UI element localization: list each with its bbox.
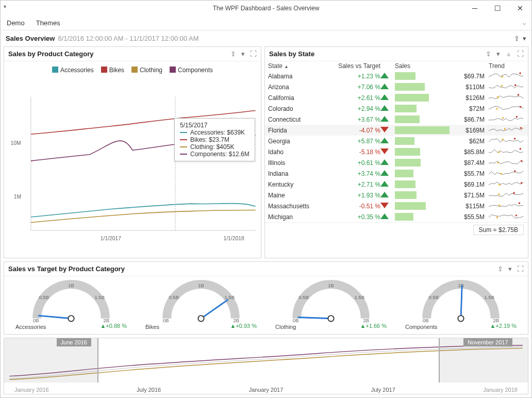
- table-row[interactable]: Georgia +5.87 % $62M: [265, 136, 528, 146]
- maximize-panel-icon[interactable]: ⛶: [250, 50, 257, 58]
- cell-state: Arizona: [268, 84, 324, 91]
- close-button[interactable]: ✕: [509, 1, 531, 16]
- gauges-row: 0B 0.5B 1B 1.5B 2B Accessories ▲+0.88 % …: [4, 276, 528, 334]
- table-row[interactable]: Idaho -5.18 % $85.8M: [265, 146, 528, 157]
- cell-state: Massachusetts: [268, 203, 324, 210]
- table-row[interactable]: Indiana +3.74 % $55.7M: [265, 168, 528, 179]
- table-row[interactable]: Connecticut +3.67 % $86.7M: [265, 114, 528, 125]
- table-row[interactable]: Alabama +1.23 % $69.7M: [265, 71, 528, 81]
- svg-point-50: [198, 316, 204, 321]
- svg-point-7: [502, 76, 504, 78]
- svg-point-31: [498, 205, 501, 207]
- table-row[interactable]: Illinois +0.61 % $87.4M: [265, 157, 528, 168]
- svg-text:1B: 1B: [68, 283, 74, 288]
- timeline-handle-start[interactable]: June 2016: [57, 338, 91, 346]
- svg-text:1B: 1B: [198, 283, 204, 288]
- svg-point-29: [498, 193, 500, 195]
- svg-point-22: [520, 148, 522, 150]
- maximize-button[interactable]: ☐: [486, 1, 509, 16]
- svg-text:0.5B: 0.5B: [428, 294, 438, 300]
- table-row[interactable]: Massachusetts -0.51 % $115M: [265, 201, 528, 211]
- col-sales[interactable]: Sales: [395, 62, 452, 70]
- arrow-up-icon: [380, 213, 395, 221]
- panel-sales-by-state: Sales by State ⇪ ▾ ▲ ⛶ State▲ Sales vs T…: [264, 46, 528, 258]
- cell-trend-sparkline: [485, 179, 525, 190]
- export-icon[interactable]: ⇪: [497, 265, 503, 273]
- cell-sales-value: $169M: [452, 127, 485, 134]
- category-line-chart[interactable]: 10M 1M 1/1/2017 1/1/2018: [4, 76, 261, 257]
- caret-down-icon[interactable]: ▾: [241, 50, 245, 58]
- menu-themes[interactable]: Themes: [35, 17, 61, 29]
- svg-point-24: [521, 160, 523, 162]
- minimize-button[interactable]: ─: [463, 1, 486, 16]
- menu-demo[interactable]: Demo: [6, 17, 26, 29]
- export-icon[interactable]: ⇪: [486, 50, 491, 58]
- col-state[interactable]: State▲: [268, 62, 324, 70]
- maximize-panel-icon[interactable]: ⛶: [517, 265, 524, 273]
- svg-point-34: [516, 214, 518, 217]
- state-grid[interactable]: Alabama +1.23 % $69.7M Arizona +7.06 % $…: [265, 71, 528, 222]
- caret-down-icon[interactable]: ▾: [508, 265, 512, 273]
- cell-state: Connecticut: [268, 116, 324, 123]
- col-trend[interactable]: Trend: [485, 62, 525, 70]
- qat-dropdown-icon[interactable]: ▾: [4, 4, 6, 9]
- timeline-axis-labels: January 2016 July 2016 January 2017 July…: [4, 387, 528, 393]
- gauge-components: 0B 0.5B 1B 1.5B 2B Components ▲+2.19 %: [396, 279, 526, 330]
- cell-target-pct: +1.23 %: [324, 73, 380, 80]
- col-target[interactable]: Sales vs Target: [324, 62, 380, 70]
- table-row[interactable]: Colorado +2.94 % $72M: [265, 103, 528, 114]
- app-window: ▾ The WPF Dashboard - Sales Overview ─ ☐…: [0, 0, 532, 398]
- gauge-chart: 0B 0.5B 1B 1.5B 2B: [409, 279, 512, 326]
- filter-icon[interactable]: ▲: [505, 50, 512, 58]
- gauge-delta: ▲+0.88 %: [100, 323, 127, 329]
- timeline-range-selector[interactable]: June 2016 November 2017 January 2016 Jul…: [4, 338, 528, 394]
- arrow-up-icon: [380, 84, 395, 91]
- svg-line-41: [38, 316, 71, 319]
- ribbon-expand-icon[interactable]: ⌵: [523, 20, 526, 26]
- cell-state: Alabama: [268, 73, 324, 80]
- cell-target-pct: +7.06 %: [324, 84, 380, 91]
- table-row[interactable]: California +2.61 % $126M: [265, 92, 528, 103]
- table-row[interactable]: Florida -4.07 % $169M: [265, 125, 528, 136]
- table-row[interactable]: Arizona +7.06 % $110M: [265, 81, 528, 92]
- cell-sales-value: $71.5M: [452, 192, 485, 199]
- table-row[interactable]: Michigan +0.35 % $55.5M: [265, 211, 528, 222]
- maximize-panel-icon[interactable]: ⛶: [517, 50, 524, 58]
- panel-title: Sales vs Target by Product Category: [8, 265, 125, 273]
- cell-state: California: [268, 94, 324, 102]
- timeline-handle-end[interactable]: November 2017: [463, 338, 512, 346]
- arrow-down-icon: [380, 203, 395, 210]
- sort-asc-icon: ▲: [284, 64, 289, 69]
- menu-bar: Demo Themes ⌵: [1, 16, 531, 30]
- svg-point-32: [519, 202, 521, 204]
- svg-text:1B: 1B: [328, 283, 334, 288]
- svg-line-65: [461, 285, 462, 318]
- panel-sales-vs-target: Sales vs Target by Product Category ⇪ ▾ …: [4, 261, 528, 335]
- cell-target-pct: +2.71 %: [324, 181, 380, 188]
- gauge-label: Components: [405, 324, 437, 330]
- cell-trend-sparkline: [485, 71, 525, 81]
- table-row[interactable]: Maine +1.93 % $71.5M: [265, 190, 528, 201]
- cell-target-pct: +0.35 %: [324, 213, 380, 221]
- svg-text:0.5B: 0.5B: [169, 294, 178, 300]
- arrow-up-icon: [380, 181, 395, 188]
- export-dropdown-icon[interactable]: ▾: [523, 35, 526, 42]
- export-icon[interactable]: ⇪: [514, 35, 520, 42]
- caret-down-icon[interactable]: ▾: [496, 50, 500, 58]
- svg-point-10: [514, 84, 517, 86]
- svg-point-11: [497, 96, 499, 98]
- tooltip-line: Bikes: $23.7M: [190, 136, 229, 143]
- cell-target-pct: +0.61 %: [324, 159, 380, 167]
- svg-text:10M: 10M: [10, 140, 21, 146]
- svg-text:0B: 0B: [163, 318, 169, 323]
- gauge-label: Accessories: [15, 324, 46, 330]
- cell-state: Michigan: [268, 213, 324, 221]
- cell-sales-bar: [395, 94, 452, 102]
- cell-sales-value: $85.8M: [452, 148, 485, 156]
- svg-point-28: [521, 182, 523, 184]
- table-row[interactable]: Kentucky +2.71 % $69.1M: [265, 179, 528, 190]
- svg-point-19: [502, 139, 504, 141]
- export-icon[interactable]: ⇪: [230, 50, 236, 58]
- cell-state: Idaho: [268, 148, 324, 156]
- arrow-up-icon: [380, 159, 395, 167]
